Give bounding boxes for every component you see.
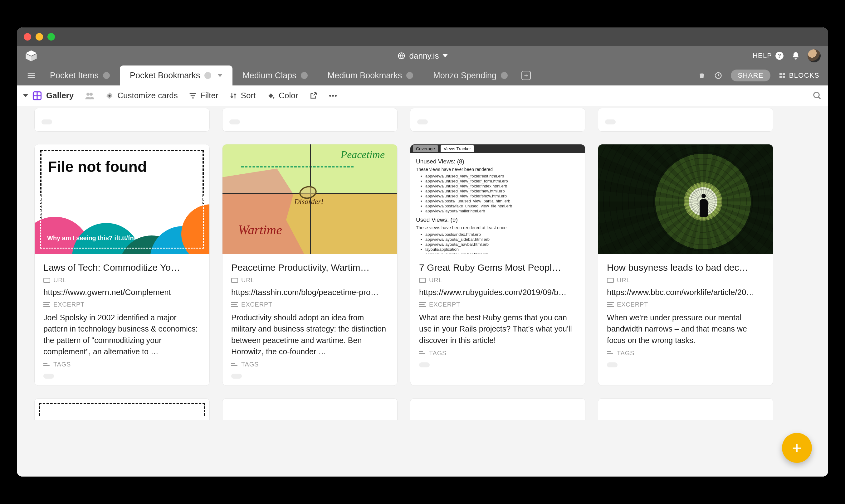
hamburger-icon (27, 71, 36, 80)
base-name: danny.is (409, 51, 439, 61)
card-url: https://www.bbc.com/worklife/article/20… (607, 288, 764, 297)
add-table-button[interactable]: + (518, 66, 534, 86)
card-stub[interactable] (598, 398, 773, 420)
trash-icon[interactable] (698, 71, 706, 79)
cover-list-unused: app/views/unused_view_folder/edit.html.e… (425, 174, 579, 213)
tab-pocket-bookmarks[interactable]: Pocket Bookmarks (120, 66, 232, 86)
svg-point-14 (273, 97, 274, 98)
text-icon (419, 302, 426, 307)
globe-icon (398, 52, 406, 60)
mac-traffic-bar (17, 28, 828, 46)
add-record-fab[interactable]: + (782, 433, 812, 463)
sort-button[interactable]: Sort (230, 91, 256, 101)
field-label-url: URL (43, 277, 201, 284)
card-cover: Peacetime Disorder! Wartime (223, 144, 397, 254)
cover-subheading: These views have been rendered at least … (416, 225, 579, 230)
blocks-icon (778, 72, 786, 79)
empty-tag-pill (231, 374, 242, 379)
base-switcher[interactable]: danny.is (398, 51, 448, 61)
view-switcher[interactable]: Gallery (23, 91, 74, 101)
cover-label: Disorder! (294, 197, 323, 206)
card-stub[interactable] (34, 108, 210, 132)
card-excerpt: What are the best Ruby gems that you can… (419, 312, 576, 346)
app-window: danny.is HELP ? Pocket Items Pocket Book… (17, 28, 828, 476)
card-title: 7 Great Ruby Gems Most Peopl… (419, 262, 576, 273)
empty-tag-pill (43, 374, 54, 379)
share-label: SHARE (738, 71, 763, 79)
card-stub[interactable] (34, 398, 210, 420)
help-label: HELP (753, 52, 772, 60)
cover-label: Wartime (238, 222, 282, 237)
link-icon (231, 278, 238, 283)
more-menu-button[interactable] (329, 94, 337, 97)
blocks-button[interactable]: BLOCKS (778, 71, 820, 79)
record-card[interactable]: Coverage Views Tracker Unused Views: (8)… (410, 144, 585, 386)
close-window-dot[interactable] (24, 33, 31, 40)
history-icon[interactable] (714, 71, 723, 80)
svg-text:?: ? (778, 52, 782, 59)
info-icon (103, 72, 110, 79)
info-icon (301, 72, 308, 79)
tab-monzo-spending[interactable]: Monzo Spending (423, 66, 518, 86)
color-label: Color (279, 91, 298, 101)
field-label-excerpt: EXCERPT (419, 301, 576, 308)
tag-icon (231, 362, 238, 367)
svg-point-15 (329, 95, 331, 97)
svg-point-12 (90, 93, 93, 96)
tab-pocket-items[interactable]: Pocket Items (40, 66, 120, 86)
card-url: https://www.rubyguides.com/2019/09/b… (419, 288, 576, 297)
app-header: danny.is HELP ? (17, 46, 828, 66)
card-excerpt: Joel Spolsky in 2002 identified a major … (43, 312, 201, 357)
open-external-button[interactable] (309, 92, 317, 100)
text-icon (43, 302, 50, 307)
tag-icon (43, 362, 50, 367)
gallery-content[interactable]: File not found Why am I seeing this? ift… (17, 106, 828, 476)
cover-heading: Unused Views: (8) (416, 158, 579, 165)
card-stub[interactable] (410, 108, 585, 132)
card-stub[interactable] (222, 108, 398, 132)
empty-tag-pill (607, 362, 617, 367)
text-icon (231, 302, 238, 307)
cover-tab: Coverage (413, 145, 438, 152)
sidebar-toggle[interactable] (22, 66, 40, 86)
tab-label: Monzo Spending (433, 71, 496, 80)
record-card[interactable]: File not found Why am I seeing this? ift… (34, 144, 210, 386)
share-button[interactable]: SHARE (731, 70, 770, 82)
collaborators-icon[interactable] (85, 92, 94, 100)
tab-medium-claps[interactable]: Medium Claps (232, 66, 318, 86)
card-title: Peacetime Productivity, Wartim… (231, 262, 388, 273)
tab-label: Medium Claps (243, 71, 296, 80)
customize-cards-button[interactable]: Customize cards (105, 91, 178, 101)
chevron-down-icon (23, 94, 28, 97)
record-card[interactable]: Peacetime Disorder! Wartime Peacetime Pr… (222, 144, 398, 386)
card-url: https://www.gwern.net/Complement (43, 288, 201, 297)
svg-point-18 (814, 92, 820, 97)
card-stub[interactable] (410, 398, 585, 420)
tab-label: Pocket Items (50, 71, 99, 80)
link-icon (43, 278, 50, 283)
user-avatar[interactable] (808, 49, 821, 62)
svg-rect-8 (779, 76, 782, 78)
field-label-tags: TAGS (419, 349, 576, 357)
card-cover (598, 144, 773, 254)
record-card[interactable]: How busyness leads to bad dec… URL https… (598, 144, 773, 386)
svg-point-11 (86, 93, 90, 96)
more-horizontal-icon (329, 94, 337, 97)
card-stub[interactable] (222, 398, 398, 420)
filter-button[interactable]: Filter (189, 91, 218, 101)
svg-point-17 (335, 95, 337, 97)
text-icon (607, 302, 614, 307)
card-stub[interactable] (598, 108, 773, 132)
tag-icon (419, 350, 426, 356)
app-logo-icon[interactable] (24, 49, 38, 63)
info-icon (406, 72, 413, 79)
tab-medium-bookmarks[interactable]: Medium Bookmarks (318, 66, 423, 86)
fullscreen-window-dot[interactable] (48, 33, 55, 40)
tab-label: Medium Bookmarks (328, 71, 402, 80)
next-card-row (34, 398, 820, 420)
search-icon[interactable] (812, 91, 822, 101)
bell-icon[interactable] (791, 52, 800, 60)
help-button[interactable]: HELP ? (753, 52, 784, 60)
minimize-window-dot[interactable] (36, 33, 43, 40)
color-button[interactable]: Color (267, 91, 298, 101)
